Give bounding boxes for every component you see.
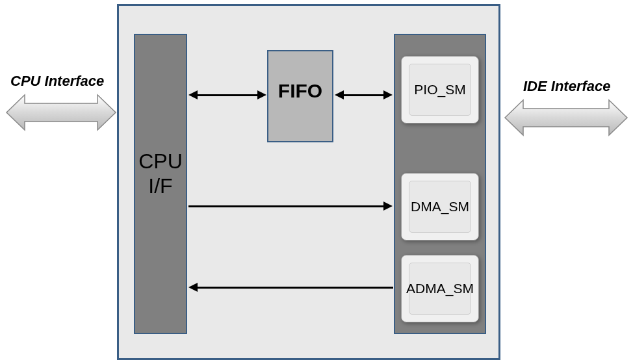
- arrow-head-right-icon: [383, 90, 393, 99]
- adma-sm-block: ADMA_SM: [401, 255, 479, 322]
- dma-sm-label: DMA_SM: [411, 199, 469, 214]
- arrow-head-right-icon: [383, 202, 393, 211]
- arrow-cpuif-fifo: [197, 94, 258, 96]
- pio-sm-label: PIO_SM: [414, 82, 465, 98]
- pio-sm-block: PIO_SM: [401, 56, 479, 124]
- ide-interface-label: IDE Interface: [523, 78, 611, 95]
- fifo-block: FIFO: [267, 50, 333, 142]
- arrow-head-left-icon: [335, 90, 344, 99]
- ide-interface-arrow-icon: [504, 96, 628, 139]
- cpu-if-block: CPU I/F: [134, 34, 187, 334]
- dma-sm-inner: DMA_SM: [409, 181, 471, 233]
- arrow-head-left-icon: [188, 283, 198, 292]
- arrow-admasm-cpuif: [197, 287, 393, 289]
- cpu-if-label-line2: I/F: [138, 174, 183, 198]
- cpu-if-label-line1: CPU: [138, 149, 183, 174]
- cpu-interface-label: CPU Interface: [10, 73, 104, 90]
- arrow-cpuif-dmasm: [188, 205, 385, 207]
- arrow-head-right-icon: [257, 90, 266, 99]
- cpu-interface-arrow-icon: [5, 91, 117, 134]
- adma-sm-label: ADMA_SM: [406, 281, 474, 296]
- arrow-head-left-icon: [188, 90, 198, 99]
- pio-sm-inner: PIO_SM: [409, 64, 471, 116]
- fifo-label: FIFO: [278, 80, 322, 102]
- adma-sm-inner: ADMA_SM: [409, 263, 471, 315]
- arrow-fifo-piosm: [343, 94, 384, 96]
- cpu-if-label: CPU I/F: [138, 149, 183, 199]
- svg-marker-1: [505, 100, 627, 135]
- svg-marker-0: [6, 95, 116, 130]
- dma-sm-block: DMA_SM: [401, 173, 479, 240]
